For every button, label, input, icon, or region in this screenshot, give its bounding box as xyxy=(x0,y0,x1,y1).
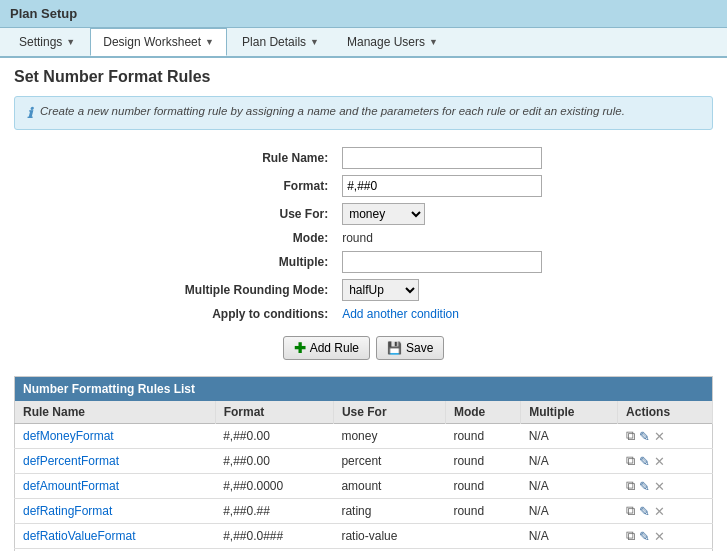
rule-mode: round xyxy=(445,449,520,474)
table-row: defAmountFormat#,##0.0000amountroundN/A⧉… xyxy=(15,474,713,499)
form-buttons: ✚ Add Rule 💾 Save xyxy=(14,336,713,360)
title-bar: Plan Setup xyxy=(0,0,727,28)
save-button[interactable]: 💾 Save xyxy=(376,336,444,360)
copy-icon[interactable]: ⧉ xyxy=(626,503,635,519)
col-header-use-for: Use For xyxy=(333,401,445,424)
rule-actions: ⧉✎✕ xyxy=(618,524,713,549)
delete-icon: ✕ xyxy=(654,479,665,494)
col-header-rule-name: Rule Name xyxy=(15,401,216,424)
rule-mode xyxy=(445,524,520,549)
nav-settings-arrow: ▼ xyxy=(66,37,75,47)
copy-icon[interactable]: ⧉ xyxy=(626,478,635,494)
save-label: Save xyxy=(406,341,433,355)
rule-format: #,##0.## xyxy=(215,499,333,524)
rule-use-for: amount xyxy=(333,474,445,499)
edit-icon[interactable]: ✎ xyxy=(639,429,650,444)
copy-icon[interactable]: ⧉ xyxy=(626,528,635,544)
delete-icon: ✕ xyxy=(654,504,665,519)
delete-icon: ✕ xyxy=(654,529,665,544)
nav-plan-details-arrow: ▼ xyxy=(310,37,319,47)
nav-manage-users-label: Manage Users xyxy=(347,35,425,49)
mode-value: round xyxy=(342,231,373,245)
edit-icon[interactable]: ✎ xyxy=(639,504,650,519)
nav-plan-details[interactable]: Plan Details ▼ xyxy=(229,28,332,56)
copy-icon[interactable]: ⧉ xyxy=(626,453,635,469)
save-icon: 💾 xyxy=(387,341,402,355)
nav-design-worksheet-label: Design Worksheet xyxy=(103,35,201,49)
use-for-select[interactable]: money percent amount rating ratio-value … xyxy=(342,203,425,225)
copy-icon[interactable]: ⧉ xyxy=(626,428,635,444)
rule-multiple: N/A xyxy=(521,499,618,524)
use-for-label: Use For: xyxy=(179,200,336,228)
col-header-actions: Actions xyxy=(618,401,713,424)
add-rule-button[interactable]: ✚ Add Rule xyxy=(283,336,370,360)
rule-multiple: N/A xyxy=(521,474,618,499)
rule-mode: round xyxy=(445,474,520,499)
add-rule-label: Add Rule xyxy=(310,341,359,355)
rule-use-for: ratio-value xyxy=(333,524,445,549)
rule-format: #,##0.0000 xyxy=(215,474,333,499)
rule-form: Rule Name: Format: #,##0 Use For: money … xyxy=(179,144,548,324)
table-row: defRatingFormat#,##0.##ratingroundN/A⧉✎✕ xyxy=(15,499,713,524)
multiple-input[interactable] xyxy=(342,251,542,273)
rule-format: #,##0.00 xyxy=(215,424,333,449)
nav-design-worksheet[interactable]: Design Worksheet ▼ xyxy=(90,28,227,56)
info-box: ℹ Create a new number formatting rule by… xyxy=(14,96,713,130)
rule-actions: ⧉✎✕ xyxy=(618,474,713,499)
edit-icon[interactable]: ✎ xyxy=(639,479,650,494)
edit-icon[interactable]: ✎ xyxy=(639,529,650,544)
delete-icon: ✕ xyxy=(654,454,665,469)
table-section-header: Number Formatting Rules List xyxy=(15,377,713,402)
mode-label: Mode: xyxy=(179,228,336,248)
add-condition-link[interactable]: Add another condition xyxy=(342,307,459,321)
table-row: defRatioValueFormat#,##0.0###ratio-value… xyxy=(15,524,713,549)
multiple-label: Multiple: xyxy=(179,248,336,276)
nav-settings-label: Settings xyxy=(19,35,62,49)
col-header-format: Format xyxy=(215,401,333,424)
rule-name-input[interactable] xyxy=(342,147,542,169)
rule-multiple: N/A xyxy=(521,524,618,549)
format-input[interactable]: #,##0 xyxy=(342,175,542,197)
rule-multiple: N/A xyxy=(521,424,618,449)
rule-name-link[interactable]: defPercentFormat xyxy=(23,454,119,468)
delete-icon: ✕ xyxy=(654,429,665,444)
col-header-multiple: Multiple xyxy=(521,401,618,424)
rule-use-for: rating xyxy=(333,499,445,524)
rule-mode: round xyxy=(445,424,520,449)
rounding-mode-select[interactable]: halfUp halfDown up down xyxy=(342,279,419,301)
rule-name-link[interactable]: defMoneyFormat xyxy=(23,429,114,443)
rule-actions: ⧉✎✕ xyxy=(618,499,713,524)
edit-icon[interactable]: ✎ xyxy=(639,454,650,469)
info-text: Create a new number formatting rule by a… xyxy=(40,105,625,117)
page-title: Set Number Format Rules xyxy=(14,68,713,86)
rounding-mode-label: Multiple Rounding Mode: xyxy=(179,276,336,304)
apply-conditions-label: Apply to conditions: xyxy=(179,304,336,324)
add-rule-icon: ✚ xyxy=(294,340,306,356)
rule-name-label: Rule Name: xyxy=(179,144,336,172)
nav-manage-users[interactable]: Manage Users ▼ xyxy=(334,28,451,56)
rule-format: #,##0.0### xyxy=(215,524,333,549)
rule-name-link[interactable]: defRatioValueFormat xyxy=(23,529,136,543)
rules-table: Number Formatting Rules List Rule Name F… xyxy=(14,376,713,551)
nav-settings[interactable]: Settings ▼ xyxy=(6,28,88,56)
table-row: defMoneyFormat#,##0.00moneyroundN/A⧉✎✕ xyxy=(15,424,713,449)
title-bar-label: Plan Setup xyxy=(10,6,77,21)
rule-mode: round xyxy=(445,499,520,524)
nav-plan-details-label: Plan Details xyxy=(242,35,306,49)
format-label: Format: xyxy=(179,172,336,200)
rule-actions: ⧉✎✕ xyxy=(618,449,713,474)
rule-actions: ⧉✎✕ xyxy=(618,424,713,449)
nav-bar: Settings ▼ Design Worksheet ▼ Plan Detai… xyxy=(0,28,727,58)
rule-use-for: percent xyxy=(333,449,445,474)
rule-use-for: money xyxy=(333,424,445,449)
table-row: defPercentFormat#,##0.00percentroundN/A⧉… xyxy=(15,449,713,474)
col-header-mode: Mode xyxy=(445,401,520,424)
info-icon: ℹ xyxy=(27,105,32,121)
nav-design-worksheet-arrow: ▼ xyxy=(205,37,214,47)
rule-multiple: N/A xyxy=(521,449,618,474)
rule-format: #,##0.00 xyxy=(215,449,333,474)
nav-manage-users-arrow: ▼ xyxy=(429,37,438,47)
rule-name-link[interactable]: defAmountFormat xyxy=(23,479,119,493)
rule-name-link[interactable]: defRatingFormat xyxy=(23,504,112,518)
page-content: Set Number Format Rules ℹ Create a new n… xyxy=(0,58,727,551)
